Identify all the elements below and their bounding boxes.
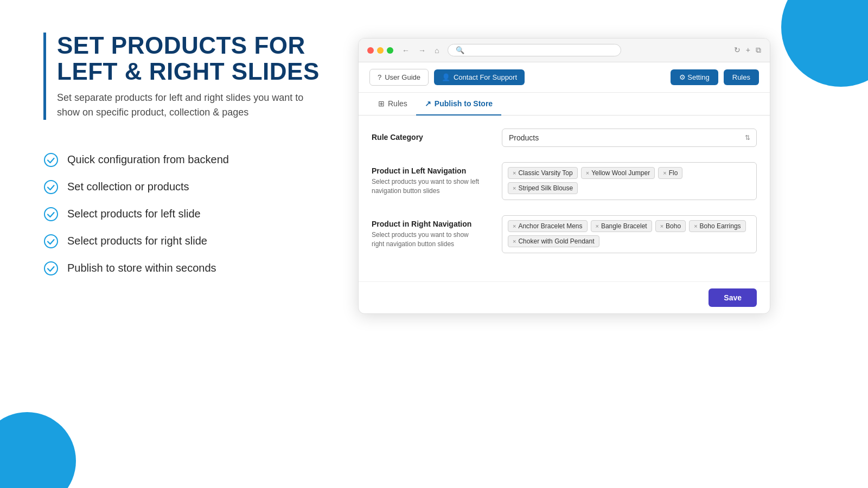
user-guide-button[interactable]: ? User Guide <box>369 69 429 86</box>
left-nav-row: Product in Left Navigation Select produc… <box>372 162 757 200</box>
contact-support-button[interactable]: 👤 Contact For Support <box>434 69 525 85</box>
feature-text: Quick configuration from backend <box>67 153 229 166</box>
feature-text: Set collection or products <box>67 181 189 193</box>
user-icon: 👤 <box>442 73 450 81</box>
save-button[interactable]: Save <box>709 288 757 307</box>
browser-bar: ← → ⌂ 🔍 ↻ + ⧉ <box>359 38 770 62</box>
app-tabs: ⊞ Rules ↗ Publish to Store <box>359 93 770 115</box>
check-icon <box>43 152 59 168</box>
right-nav-row: Product in Right Navigation Select produ… <box>372 215 757 253</box>
svg-point-4 <box>44 262 58 275</box>
rules-tab-icon: ⊞ <box>378 99 385 108</box>
tab-rules[interactable]: ⊞ Rules <box>369 93 416 115</box>
tab-publish[interactable]: ↗ Publish to Store <box>416 93 501 115</box>
main-container: SET PRODUCTS FOR LEFT & RIGHT SLIDES Set… <box>0 0 868 488</box>
right-nav-label: Product in Right Navigation Select produ… <box>372 215 480 249</box>
feature-text: Publish to store within seconds <box>67 262 216 274</box>
right-panel: ← → ⌂ 🔍 ↻ + ⧉ ? User Guide <box>358 33 825 455</box>
left-panel: SET PRODUCTS FOR LEFT & RIGHT SLIDES Set… <box>43 33 326 455</box>
tag[interactable]: ×Classic Varsity Top <box>508 167 578 179</box>
publish-tab-icon: ↗ <box>425 99 431 108</box>
tag[interactable]: ×Choker with Gold Pendant <box>508 235 599 247</box>
search-icon: 🔍 <box>456 46 464 54</box>
svg-point-0 <box>44 153 58 166</box>
app-header: ? User Guide 👤 Contact For Support ⚙ Set… <box>359 62 770 93</box>
rule-category-select-wrapper: Products ⇅ <box>502 129 757 147</box>
tag-remove-icon[interactable]: × <box>586 170 589 176</box>
rule-category-row: Rule Category Products ⇅ <box>372 129 757 147</box>
subtitle: Set separate products for left and right… <box>57 91 326 120</box>
check-icon <box>43 179 59 195</box>
tag-remove-icon[interactable]: × <box>663 170 666 176</box>
right-nav-tags-field[interactable]: ×Anchor Bracelet Mens×Bangle Bracelet×Bo… <box>502 215 757 253</box>
tag[interactable]: ×Boho Earrings <box>689 220 745 232</box>
left-nav-control: ×Classic Varsity Top×Yellow Wool Jumper×… <box>502 162 757 200</box>
tag-remove-icon[interactable]: × <box>596 223 599 229</box>
refresh-icon[interactable]: ↻ <box>734 46 741 55</box>
add-icon[interactable]: + <box>746 46 750 55</box>
tag[interactable]: ×Striped Silk Blouse <box>508 182 578 194</box>
tag-remove-icon[interactable]: × <box>513 185 516 191</box>
browser-nav: ← → ⌂ <box>400 45 441 56</box>
rule-category-label: Rule Category <box>372 129 480 142</box>
home-icon[interactable]: ⌂ <box>432 45 441 56</box>
check-icon <box>43 234 59 249</box>
back-icon[interactable]: ← <box>400 45 412 56</box>
browser-actions: ↻ + ⧉ <box>734 46 761 55</box>
copy-icon[interactable]: ⧉ <box>756 46 761 55</box>
feature-item-f4: Select products for right slide <box>43 234 326 249</box>
browser-search-bar[interactable]: 🔍 <box>448 44 621 56</box>
left-nav-tags-field[interactable]: ×Classic Varsity Top×Yellow Wool Jumper×… <box>502 162 757 200</box>
app-content: Rule Category Products ⇅ Produ <box>359 115 770 281</box>
browser-dots <box>367 47 393 54</box>
left-nav-label: Product in Left Navigation Select produc… <box>372 162 480 196</box>
check-icon <box>43 207 59 222</box>
check-icon <box>43 261 59 276</box>
tag-remove-icon[interactable]: × <box>513 223 516 229</box>
svg-point-3 <box>44 235 58 248</box>
feature-text: Select products for right slide <box>67 235 207 247</box>
tag[interactable]: ×Flo <box>658 167 682 179</box>
rule-category-control: Products ⇅ <box>502 129 757 147</box>
forward-icon[interactable]: → <box>416 45 428 56</box>
tag-remove-icon[interactable]: × <box>513 238 516 245</box>
setting-button[interactable]: ⚙ Setting <box>671 69 718 85</box>
feature-text: Select products for left slide <box>67 208 201 220</box>
feature-item-f5: Publish to store within seconds <box>43 261 326 276</box>
tag-remove-icon[interactable]: × <box>513 170 516 176</box>
title-block: SET PRODUCTS FOR LEFT & RIGHT SLIDES Set… <box>43 33 326 120</box>
tag-remove-icon[interactable]: × <box>694 223 697 229</box>
feature-item-f3: Select products for left slide <box>43 207 326 222</box>
svg-point-1 <box>44 181 58 194</box>
browser-window: ← → ⌂ 🔍 ↻ + ⧉ ? User Guide <box>358 38 770 314</box>
tag[interactable]: ×Bangle Bracelet <box>591 220 652 232</box>
tag[interactable]: ×Boho <box>655 220 686 232</box>
dot-red[interactable] <box>367 47 374 54</box>
right-nav-control: ×Anchor Bracelet Mens×Bangle Bracelet×Bo… <box>502 215 757 253</box>
app-footer: Save <box>359 281 770 313</box>
rule-category-select[interactable]: Products <box>502 129 757 147</box>
main-title: SET PRODUCTS FOR LEFT & RIGHT SLIDES <box>57 33 326 85</box>
tag[interactable]: ×Anchor Bracelet Mens <box>508 220 588 232</box>
help-icon: ? <box>378 73 381 81</box>
dot-green[interactable] <box>387 47 393 54</box>
dot-yellow[interactable] <box>377 47 384 54</box>
tag-remove-icon[interactable]: × <box>660 223 663 229</box>
svg-point-2 <box>44 208 58 221</box>
features-list: Quick configuration from backend Set col… <box>43 152 326 276</box>
rules-button[interactable]: Rules <box>724 69 759 85</box>
feature-item-f1: Quick configuration from backend <box>43 152 326 168</box>
tag[interactable]: ×Yellow Wool Jumper <box>581 167 655 179</box>
feature-item-f2: Set collection or products <box>43 179 326 195</box>
